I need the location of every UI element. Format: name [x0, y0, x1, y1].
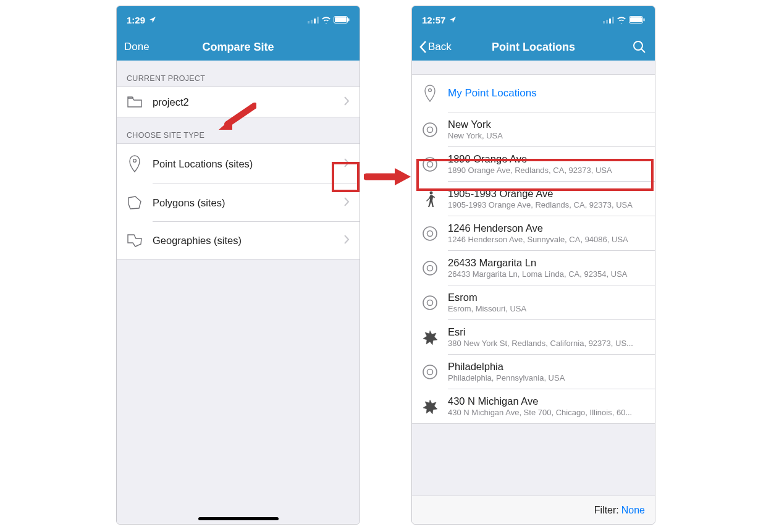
starburst-icon — [421, 329, 439, 345]
pin-icon — [125, 155, 144, 172]
svg-rect-10 — [609, 19, 611, 23]
svg-point-25 — [427, 265, 433, 271]
location-row[interactable]: 1246 Henderson Ave1246 Henderson Ave, Su… — [412, 216, 655, 250]
location-title: Esri — [448, 326, 646, 338]
section-current-project: CURRENT PROJECT — [117, 61, 360, 87]
radio-icon — [421, 364, 439, 380]
site-type-list: Point Locations (sites) Polygons (sites) — [117, 143, 360, 260]
svg-point-18 — [427, 127, 433, 132]
filter-value-button[interactable]: None — [621, 505, 645, 516]
radio-icon — [421, 260, 439, 276]
location-subtitle: Esrom, Missouri, USA — [448, 304, 646, 313]
chevron-right-icon — [343, 197, 351, 209]
radio-icon — [421, 295, 439, 311]
folder-icon — [125, 96, 144, 108]
location-subtitle: 430 N Michigan Ave, Ste 700, Chicago, Il… — [448, 408, 646, 417]
location-row[interactable]: 1905-1993 Orange Ave1905-1993 Orange Ave… — [412, 182, 655, 216]
battery-icon — [334, 16, 350, 23]
svg-point-20 — [427, 161, 433, 167]
svg-rect-8 — [603, 21, 605, 23]
back-label: Back — [428, 41, 452, 53]
chevron-right-icon — [343, 158, 351, 170]
list-container: My Point Locations New YorkNew York, USA… — [412, 74, 655, 424]
svg-point-27 — [427, 300, 433, 305]
svg-point-21 — [430, 191, 433, 194]
svg-point-26 — [423, 296, 437, 310]
site-type-label: Polygons (sites) — [153, 197, 334, 209]
status-bar: 12:57 — [412, 6, 655, 33]
radio-icon — [421, 226, 439, 242]
svg-rect-6 — [348, 19, 350, 22]
section-site-type: CHOOSE SITE TYPE — [117, 117, 360, 143]
back-button[interactable]: Back — [419, 41, 452, 53]
nav-title: Compare Site — [202, 41, 274, 54]
location-row[interactable]: EsromEsrom, Missouri, USA — [412, 285, 655, 319]
polygon-icon — [125, 195, 144, 210]
status-bar: 1:29 — [117, 6, 360, 33]
svg-point-7 — [133, 159, 137, 163]
my-point-locations-row[interactable]: My Point Locations — [412, 75, 655, 112]
svg-rect-1 — [311, 20, 313, 23]
location-row[interactable]: 1890 Orange Ave1890 Orange Ave, Redlands… — [412, 147, 655, 181]
done-label: Done — [124, 41, 149, 53]
filter-label: Filter: — [594, 505, 619, 516]
search-button[interactable] — [633, 40, 646, 54]
location-subtitle: New York, USA — [448, 131, 646, 140]
location-title: 1246 Henderson Ave — [448, 222, 646, 234]
location-subtitle: 1905-1993 Orange Ave, Redlands, CA, 9237… — [448, 200, 646, 209]
compare-site-body: CURRENT PROJECT project2 CHOOSE SITE TYP… — [117, 61, 360, 524]
svg-rect-13 — [630, 17, 642, 22]
location-subtitle: Philadelphia, Pennsylvania, USA — [448, 373, 646, 382]
location-title: Philadelphia — [448, 361, 646, 373]
svg-point-29 — [427, 369, 433, 374]
svg-rect-9 — [606, 20, 608, 23]
svg-point-28 — [423, 365, 437, 379]
location-title: 430 N Michigan Ave — [448, 395, 646, 407]
svg-point-16 — [429, 89, 432, 92]
site-type-point-locations[interactable]: Point Locations (sites) — [117, 144, 360, 184]
my-point-locations-label: My Point Locations — [448, 87, 646, 99]
svg-rect-2 — [314, 19, 316, 23]
nav-bar: Done Compare Site — [117, 33, 360, 61]
location-subtitle: 26433 Margarita Ln, Loma Linda, CA, 9235… — [448, 269, 646, 279]
location-row[interactable]: Esri380 New York St, Redlands, Californi… — [412, 320, 655, 354]
cellular-signal-icon — [603, 17, 614, 23]
geography-icon — [125, 233, 144, 248]
svg-point-15 — [634, 41, 642, 50]
svg-rect-5 — [335, 17, 347, 22]
pin-outline-icon — [421, 85, 439, 102]
location-title: 1905-1993 Orange Ave — [448, 188, 646, 200]
nav-title: Point Locations — [492, 41, 575, 54]
svg-rect-14 — [644, 19, 645, 22]
chevron-right-icon — [343, 235, 351, 247]
location-services-icon — [449, 16, 457, 23]
location-row[interactable]: 26433 Margarita Ln26433 Margarita Ln, Lo… — [412, 251, 655, 285]
location-row[interactable]: New YorkNew York, USA — [412, 112, 655, 146]
svg-point-22 — [423, 227, 437, 240]
project-name: project2 — [153, 96, 334, 108]
status-icons — [603, 16, 645, 23]
radio-icon — [421, 122, 439, 138]
site-type-geographies[interactable]: Geographies (sites) — [117, 222, 360, 259]
location-row[interactable]: PhiladelphiaPhiladelphia, Pennsylvania, … — [412, 355, 655, 389]
site-type-polygons[interactable]: Polygons (sites) — [117, 184, 360, 221]
done-button[interactable]: Done — [124, 41, 149, 53]
status-time-group: 1:29 — [127, 15, 156, 25]
battery-icon — [629, 16, 645, 23]
point-locations-list[interactable]: My Point Locations New YorkNew York, USA… — [412, 61, 655, 496]
location-subtitle: 380 New York St, Redlands, California, 9… — [448, 339, 646, 348]
nav-bar: Back Point Locations — [412, 33, 655, 61]
project-row[interactable]: project2 — [117, 87, 360, 117]
search-icon — [633, 40, 646, 54]
location-row[interactable]: 430 N Michigan Ave430 N Michigan Ave, St… — [412, 389, 655, 423]
svg-point-19 — [423, 158, 437, 171]
filter-footer: Filter: None — [412, 496, 655, 524]
status-time: 1:29 — [127, 15, 145, 25]
svg-point-24 — [423, 261, 437, 275]
site-type-label: Point Locations (sites) — [153, 158, 334, 170]
walk-icon — [421, 190, 439, 208]
status-icons — [308, 16, 350, 23]
phone-point-locations: 12:57 Back Point Locations My Point Loca… — [411, 6, 655, 525]
phone-compare-site: 1:29 Done Compare Site CURRENT PROJECT p… — [116, 6, 360, 525]
location-title: 1890 Orange Ave — [448, 153, 646, 165]
